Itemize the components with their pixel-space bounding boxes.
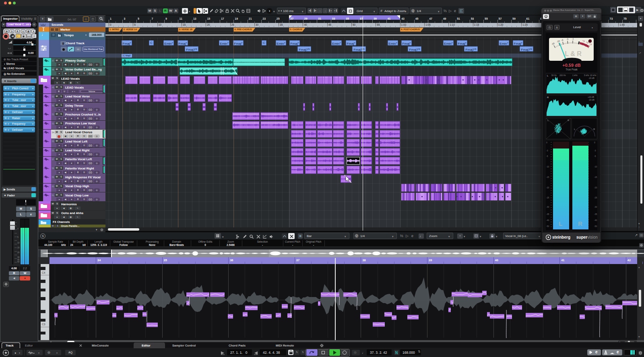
svg-text:L: L: [574, 128, 576, 130]
svg-text:R: R: [593, 128, 595, 130]
svg-text:-1: -1: [572, 38, 574, 40]
svg-text:L & R: L & R: [565, 50, 582, 57]
svg-text:-3: -3: [566, 38, 569, 40]
svg-text:R: R: [568, 119, 570, 122]
